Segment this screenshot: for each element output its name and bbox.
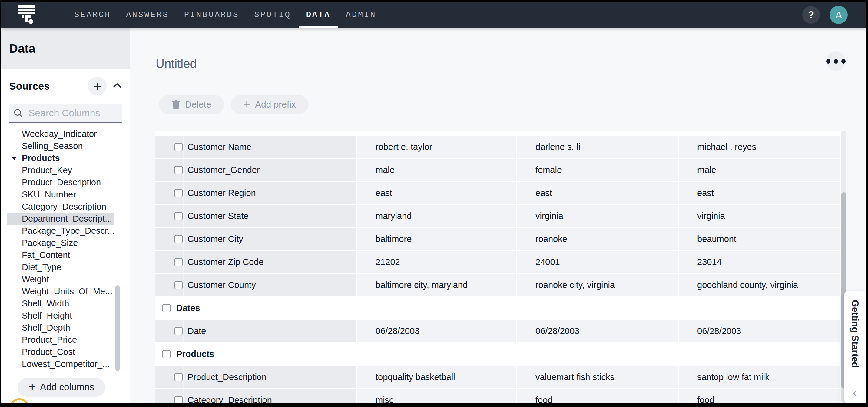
- sidebar-item-shelf-depth[interactable]: Shelf_Depth: [7, 322, 115, 334]
- plus-icon: +: [29, 380, 36, 394]
- sidebar-item-label: Department_Descript...: [22, 214, 112, 224]
- label-cell: Category_Description: [155, 389, 356, 403]
- nav-item-search[interactable]: SEARCH: [67, 2, 118, 28]
- sidebar-item-package-type-descr[interactable]: Package_Type_Descr...: [7, 225, 115, 237]
- column-list: Weekday_IndicatorSelling_SeasonProductsP…: [1, 128, 130, 370]
- add-columns-button[interactable]: + Add columns: [18, 378, 105, 397]
- search-icon: [13, 108, 24, 118]
- value-cell: goochland county, virginia: [679, 274, 840, 296]
- label-cell: Customer_Gender: [155, 159, 356, 181]
- sidebar-item-product-cost[interactable]: Product_Cost: [7, 346, 115, 358]
- nav-item-data[interactable]: DATA: [299, 2, 338, 28]
- value-cell: beaumont: [679, 228, 840, 250]
- column-label: Date: [187, 326, 206, 336]
- caret-down-icon[interactable]: [11, 157, 17, 160]
- row-checkbox[interactable]: [175, 189, 183, 197]
- sidebar-item-label: Shelf_Depth: [22, 323, 70, 333]
- value-cell: baltimore city, maryland: [358, 274, 516, 296]
- floating-add-button[interactable]: +: [10, 398, 29, 403]
- preview-table: Customer Namerobert e. taylordarlene s. …: [155, 130, 841, 403]
- sidebar-item-shelf-width[interactable]: Shelf_Width: [7, 298, 115, 310]
- sidebar-item-label: Product_Price: [22, 335, 77, 345]
- sidebar-item-lowest-competitor[interactable]: Lowest_Competitor_...: [7, 358, 115, 370]
- row-checkbox[interactable]: [162, 350, 170, 358]
- nav-items: SEARCHANSWERSPINBOARDSSPOTIQDATAADMIN: [67, 2, 384, 28]
- value-cell: roanoke: [517, 228, 678, 250]
- help-button[interactable]: ?: [802, 6, 820, 24]
- delete-label: Delete: [185, 99, 211, 109]
- table-row-product-description: Product_Descriptiontopquality basketball…: [155, 366, 841, 388]
- value-cell: topquality basketball: [358, 366, 516, 388]
- dot-icon: [834, 59, 838, 64]
- main-content: Untitled Delete + Add prefix Customer Na…: [131, 28, 866, 403]
- column-label: Customer County: [187, 280, 256, 290]
- collapse-sources-button[interactable]: [113, 82, 122, 90]
- sidebar-item-label: Product_Cost: [22, 347, 75, 357]
- value-cell: santop low fat milk: [679, 366, 840, 388]
- row-checkbox[interactable]: [175, 373, 183, 381]
- row-checkbox[interactable]: [162, 304, 170, 312]
- sidebar-item-package-size[interactable]: Package_Size: [7, 237, 115, 249]
- worksheet-title[interactable]: Untitled: [156, 57, 197, 70]
- row-checkbox[interactable]: [175, 143, 183, 151]
- sidebar-item-weight[interactable]: Weight: [7, 273, 115, 285]
- sidebar-item-products[interactable]: Products: [7, 152, 115, 164]
- sidebar-scrollbar-thumb[interactable]: [115, 285, 120, 371]
- sidebar-item-product-description[interactable]: Product_Description: [7, 176, 115, 188]
- column-label: Customer_Gender: [187, 165, 260, 175]
- value-cell: virginia: [517, 205, 678, 227]
- sidebar-item-label: Weekday_Indicator: [22, 129, 97, 139]
- row-checkbox[interactable]: [175, 166, 183, 174]
- value-cell: robert e. taylor: [358, 136, 516, 158]
- sidebar-item-label: Weight: [22, 274, 49, 284]
- row-checkbox[interactable]: [175, 281, 183, 289]
- sources-row: Sources +: [9, 78, 122, 94]
- sidebar-item-weekday-indicator[interactable]: Weekday_Indicator: [7, 128, 115, 140]
- label-cell: Customer Name: [155, 136, 356, 158]
- section-row-dates: Dates: [155, 297, 841, 319]
- sidebar-item-label: Products: [22, 153, 60, 163]
- nav-item-spotiq[interactable]: SPOTIQ: [247, 2, 298, 28]
- sidebar-item-label: Product_Description: [22, 178, 101, 187]
- sidebar-item-label: Weight_Units_Of_Me...: [22, 286, 112, 296]
- sidebar-item-fat-content[interactable]: Fat_Content: [7, 249, 115, 261]
- row-checkbox[interactable]: [175, 212, 183, 220]
- nav-item-pinboards[interactable]: PINBOARDS: [177, 2, 247, 28]
- row-checkbox[interactable]: [175, 235, 183, 243]
- sidebar-item-diet-type[interactable]: Diet_Type: [7, 261, 115, 273]
- sidebar-item-product-price[interactable]: Product_Price: [7, 334, 115, 346]
- row-checkbox[interactable]: [175, 327, 183, 335]
- table-row-customer-city: Customer Citybaltimoreroanokebeaumont: [155, 228, 841, 250]
- add-prefix-button[interactable]: + Add prefix: [231, 95, 309, 114]
- value-cell: 24001: [517, 251, 678, 273]
- sidebar-item-weight-units-of-me[interactable]: Weight_Units_Of_Me...: [7, 285, 115, 298]
- nav-item-answers[interactable]: ANSWERS: [118, 2, 176, 28]
- add-source-button[interactable]: +: [88, 76, 106, 95]
- row-checkbox[interactable]: [175, 396, 183, 403]
- sidebar-item-selling-season[interactable]: Selling_Season: [7, 140, 115, 152]
- row-checkbox[interactable]: [175, 258, 183, 266]
- avatar[interactable]: A: [830, 6, 848, 24]
- value-cell: virginia: [679, 205, 840, 227]
- column-label: Customer City: [187, 234, 243, 244]
- page-title-data: Data: [9, 42, 35, 55]
- value-cell: east: [517, 182, 678, 204]
- sidebar-item-label: Product_Key: [22, 165, 72, 175]
- sidebar-item-sku-number[interactable]: SKU_Number: [7, 188, 115, 200]
- sidebar-item-shelf-height[interactable]: Shelf_Height: [7, 310, 115, 322]
- nav-item-admin[interactable]: ADMIN: [338, 2, 384, 28]
- sidebar-item-category-description[interactable]: Category_Description: [7, 200, 115, 213]
- sidebar-item-label: SKU_Number: [22, 190, 76, 199]
- getting-started-tab[interactable]: Getting Started ‹: [844, 291, 866, 403]
- more-options-button[interactable]: [826, 52, 845, 71]
- search-columns-input[interactable]: [28, 107, 118, 119]
- delete-button[interactable]: Delete: [159, 95, 224, 114]
- sidebar-item-label: Diet_Type: [22, 262, 61, 272]
- label-cell: Customer County: [155, 274, 356, 296]
- sidebar-item-product-key[interactable]: Product_Key: [7, 164, 115, 176]
- sidebar-item-department-descript[interactable]: Department_Descript...: [7, 213, 115, 225]
- top-nav: SEARCHANSWERSPINBOARDSSPOTIQDATAADMIN ? …: [1, 2, 866, 28]
- sidebar-item-label: Shelf_Width: [22, 299, 69, 309]
- dot-icon: [826, 59, 831, 64]
- thoughtspot-logo-icon[interactable]: [18, 5, 34, 24]
